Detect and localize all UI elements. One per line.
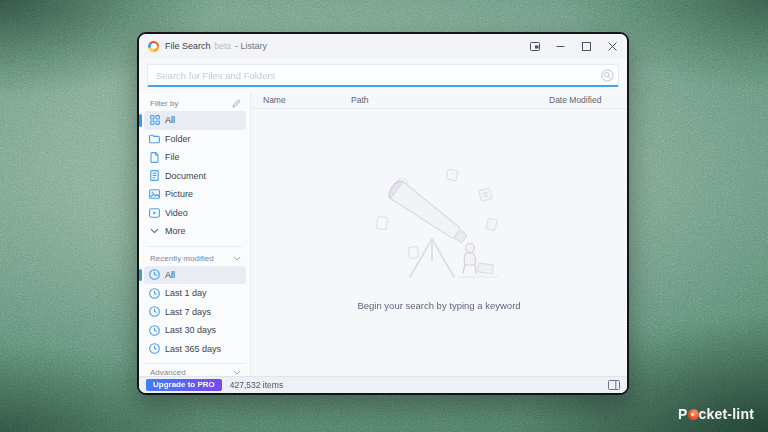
- sidebar-item-picture[interactable]: Picture: [144, 185, 246, 204]
- sidebar-item-label: File: [165, 152, 180, 162]
- search-bar-row: [139, 58, 627, 92]
- sidebar-item-label: All: [165, 115, 175, 125]
- clock-icon: [149, 325, 160, 336]
- document-icon: [149, 170, 160, 181]
- maximize-button[interactable]: [581, 41, 592, 52]
- sidebar-item-document[interactable]: Document: [144, 167, 246, 186]
- expand-section-icon[interactable]: [233, 370, 241, 375]
- beta-tag: beta: [215, 41, 232, 51]
- empty-state: Begin your search by typing a keyword: [251, 109, 627, 376]
- collapse-section-icon[interactable]: [233, 256, 241, 261]
- compact-mode-icon[interactable]: [529, 41, 540, 52]
- close-button[interactable]: [607, 41, 618, 52]
- sidebar-item-label: Last 30 days: [165, 325, 216, 335]
- sidebar-item-last-1-day[interactable]: Last 1 day: [144, 284, 246, 303]
- sidebar-item-all-types[interactable]: All: [144, 111, 246, 130]
- sidebar-item-label: Last 1 day: [165, 288, 207, 298]
- window-title-suffix: - Listary: [235, 41, 267, 51]
- advanced-header: Advanced: [144, 363, 246, 376]
- advanced-label: Advanced: [150, 368, 186, 376]
- sidebar-item-label: Picture: [165, 189, 193, 199]
- recently-modified-header: Recently modified: [144, 251, 246, 266]
- window-title-text: File Search: [165, 41, 211, 51]
- clock-icon: [149, 269, 160, 280]
- listary-file-search-window: File Search beta - Listary: [137, 32, 629, 395]
- column-header-path[interactable]: Path: [351, 95, 549, 105]
- sidebar-item-label: All: [165, 270, 175, 280]
- recently-modified-label: Recently modified: [150, 254, 214, 263]
- sidebar-item-label: Last 365 days: [165, 344, 221, 354]
- video-icon: [149, 207, 160, 218]
- window-body: Filter by All Folder: [139, 92, 627, 376]
- sidebar-item-last-30-days[interactable]: Last 30 days: [144, 321, 246, 340]
- clock-icon: [149, 343, 160, 354]
- sidebar-item-folder[interactable]: Folder: [144, 130, 246, 149]
- edit-filters-icon[interactable]: [232, 99, 241, 108]
- filter-by-label: Filter by: [150, 99, 178, 108]
- picture-icon: [149, 189, 160, 200]
- filter-sidebar: Filter by All Folder: [139, 92, 251, 376]
- desktop-background: Pcket-lint File Search beta - Listary: [0, 0, 768, 432]
- search-input[interactable]: [148, 65, 596, 85]
- empty-state-message: Begin your search by typing a keyword: [357, 300, 520, 311]
- pocketlint-dot-icon: [688, 409, 699, 420]
- search-box[interactable]: [147, 64, 619, 87]
- listary-app-icon: [148, 41, 159, 52]
- sidebar-item-file[interactable]: File: [144, 148, 246, 167]
- sidebar-item-last-365-days[interactable]: Last 365 days: [144, 340, 246, 359]
- sidebar-item-label: Folder: [165, 134, 191, 144]
- column-header-name[interactable]: Name: [251, 95, 351, 105]
- chevron-down-icon: [149, 226, 160, 237]
- results-column-headers: Name Path Date Modified: [251, 92, 627, 109]
- clock-icon: [149, 288, 160, 299]
- search-options-icon[interactable]: [596, 69, 618, 82]
- sidebar-item-modified-all[interactable]: All: [144, 266, 246, 285]
- pocketlint-logo-text-2: cket-lint: [699, 406, 754, 422]
- sidebar-item-more[interactable]: More: [144, 222, 246, 241]
- results-panel: Name Path Date Modified: [251, 92, 627, 376]
- upgrade-to-pro-button[interactable]: Upgrade to PRO: [146, 379, 222, 391]
- window-controls: [529, 41, 618, 52]
- preview-pane-toggle-icon[interactable]: [608, 380, 620, 390]
- sidebar-item-video[interactable]: Video: [144, 204, 246, 223]
- clock-icon: [149, 306, 160, 317]
- sidebar-item-last-7-days[interactable]: Last 7 days: [144, 303, 246, 322]
- telescope-illustration: [364, 161, 514, 286]
- filter-by-header: Filter by: [144, 96, 246, 111]
- pocketlint-logo: Pcket-lint: [678, 406, 754, 422]
- titlebar: File Search beta - Listary: [139, 34, 627, 58]
- file-icon: [149, 152, 160, 163]
- sidebar-divider: [146, 246, 242, 247]
- window-title: File Search beta - Listary: [165, 41, 267, 51]
- folder-icon: [149, 133, 160, 144]
- sidebar-item-label: More: [165, 226, 186, 236]
- grid-icon: [149, 115, 160, 126]
- items-count: 427,532 items: [230, 380, 283, 390]
- column-header-date-modified[interactable]: Date Modified: [549, 95, 627, 105]
- sidebar-item-label: Last 7 days: [165, 307, 211, 317]
- pocketlint-logo-text-1: P: [678, 406, 688, 422]
- minimize-button[interactable]: [555, 41, 566, 52]
- sidebar-item-label: Video: [165, 208, 188, 218]
- sidebar-item-label: Document: [165, 171, 206, 181]
- status-bar: Upgrade to PRO 427,532 items: [139, 376, 627, 393]
